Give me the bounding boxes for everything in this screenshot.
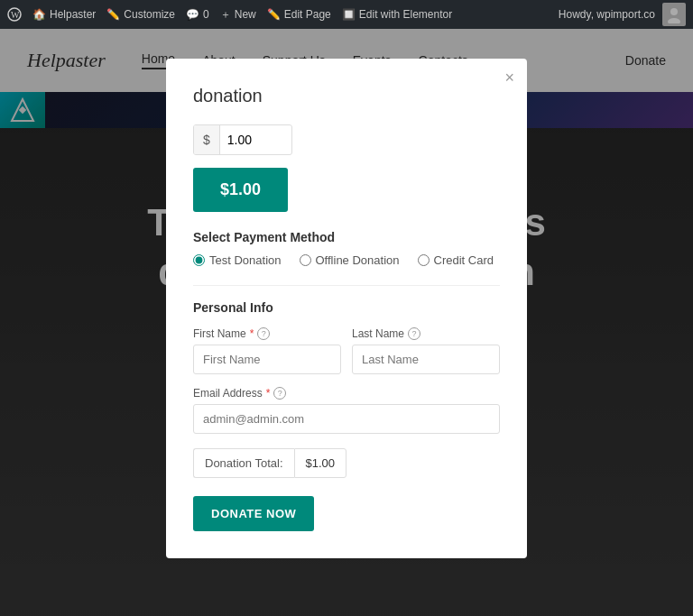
last-name-info-icon: ? xyxy=(408,327,420,340)
payment-radio-test[interactable] xyxy=(193,254,205,266)
email-input[interactable] xyxy=(193,404,500,434)
admin-bar-helpaster[interactable]: 🏠 Helpaster xyxy=(32,8,96,21)
donation-total-value: $1.00 xyxy=(294,448,347,478)
last-name-input[interactable] xyxy=(352,345,500,374)
payment-option-offline[interactable]: Offline Donation xyxy=(300,253,400,267)
wp-logo[interactable]: W xyxy=(7,7,22,22)
first-name-label: First Name * ? xyxy=(193,327,341,340)
first-name-input[interactable] xyxy=(193,345,341,374)
admin-bar-edit-page[interactable]: ✏️ Edit Page xyxy=(267,8,331,21)
last-name-group: Last Name ? xyxy=(352,327,500,374)
payment-method-label: Select Payment Method xyxy=(193,230,500,244)
payment-radio-card[interactable] xyxy=(418,254,430,266)
modal-close-button[interactable]: × xyxy=(504,69,514,86)
currency-prefix: $ xyxy=(194,125,220,154)
payment-radio-offline[interactable] xyxy=(300,254,311,266)
elementor-icon: 🔲 xyxy=(342,8,356,21)
last-name-label: Last Name ? xyxy=(352,327,500,340)
admin-bar: W 🏠 Helpaster ✏️ Customize 💬 0 ＋ New ✏️ … xyxy=(0,0,693,29)
email-label: Email Address * ? xyxy=(193,387,500,400)
payment-option-card[interactable]: Credit Card xyxy=(418,253,494,267)
section-divider xyxy=(193,285,500,286)
payment-offline-label: Offline Donation xyxy=(316,253,400,267)
edit-page-icon: ✏️ xyxy=(267,8,281,21)
email-row: Email Address * ? xyxy=(193,387,500,434)
modal-overlay[interactable]: × donation $ $1.00 Select Payment Method… xyxy=(0,0,693,616)
first-name-required: * xyxy=(250,327,254,340)
modal-title: donation xyxy=(193,86,500,106)
admin-bar-comments[interactable]: 💬 0 xyxy=(186,8,209,21)
donation-modal: × donation $ $1.00 Select Payment Method… xyxy=(166,59,527,558)
donate-amount-button[interactable]: $1.00 xyxy=(193,168,288,212)
donation-total-row: Donation Total: $1.00 xyxy=(193,448,500,478)
first-name-group: First Name * ? xyxy=(193,327,341,374)
payment-options: Test Donation Offline Donation Credit Ca… xyxy=(193,253,500,267)
svg-text:W: W xyxy=(11,10,20,20)
personal-info-title: Personal Info xyxy=(193,300,500,315)
donation-total-label: Donation Total: xyxy=(193,448,294,478)
email-required: * xyxy=(266,387,271,400)
name-row: First Name * ? Last Name ? xyxy=(193,327,500,374)
svg-point-2 xyxy=(670,8,678,15)
plus-icon: ＋ xyxy=(220,7,231,23)
admin-bar-elementor[interactable]: 🔲 Edit with Elementor xyxy=(342,8,452,21)
howdy-text: Howdy, wpimport.co xyxy=(559,8,655,21)
payment-test-label: Test Donation xyxy=(209,253,282,267)
svg-point-3 xyxy=(668,18,680,23)
amount-input[interactable] xyxy=(220,125,283,154)
comment-icon: 💬 xyxy=(186,8,199,21)
amount-row: $ xyxy=(193,124,292,155)
admin-bar-right: Howdy, wpimport.co xyxy=(559,3,686,26)
payment-option-test[interactable]: Test Donation xyxy=(193,253,282,267)
payment-card-label: Credit Card xyxy=(434,253,494,267)
email-info-icon: ? xyxy=(273,387,286,400)
admin-bar-new[interactable]: ＋ New xyxy=(220,7,256,23)
home-icon: 🏠 xyxy=(32,8,46,21)
admin-bar-customize[interactable]: ✏️ Customize xyxy=(106,8,175,21)
customize-icon: ✏️ xyxy=(106,8,120,21)
donate-now-button[interactable]: DONATE NOW xyxy=(193,496,314,531)
avatar[interactable] xyxy=(662,3,686,26)
first-name-info-icon: ? xyxy=(257,327,270,340)
